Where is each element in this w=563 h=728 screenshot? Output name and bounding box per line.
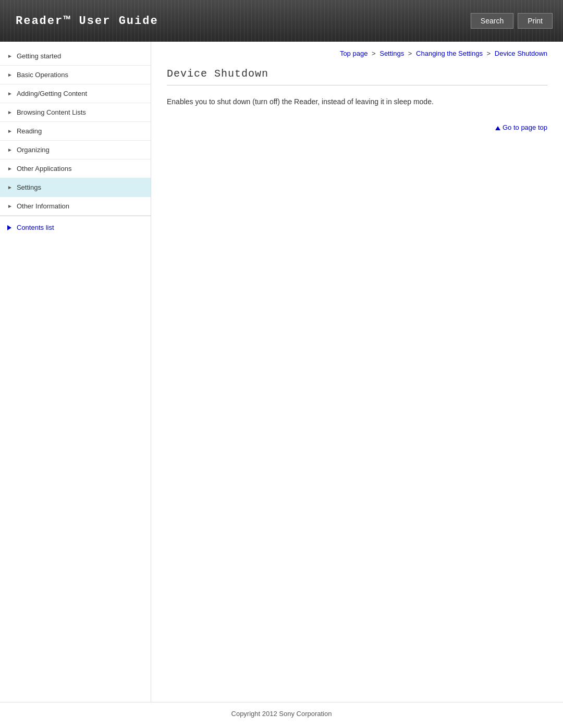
- sidebar-item-label: Adding/Getting Content: [17, 90, 87, 97]
- page-title: Device Shutdown: [167, 68, 547, 85]
- sidebar-item-label: Getting started: [17, 52, 61, 60]
- sidebar-item-adding-content[interactable]: ► Adding/Getting Content: [0, 84, 151, 103]
- chevron-icon: ►: [7, 166, 13, 171]
- sidebar-item-other-applications[interactable]: ► Other Applications: [0, 159, 151, 178]
- sidebar-item-getting-started[interactable]: ► Getting started: [0, 47, 151, 66]
- contents-list-link[interactable]: Contents list: [7, 224, 143, 231]
- sidebar: ► Getting started ► Basic Operations ► A…: [0, 42, 151, 702]
- chevron-icon: ►: [7, 184, 13, 190]
- go-to-top: Go to page top: [167, 118, 547, 137]
- search-button[interactable]: Search: [471, 13, 513, 29]
- breadcrumb-changing-settings-link[interactable]: Changing the Settings: [416, 50, 483, 57]
- sidebar-item-browsing-content[interactable]: ► Browsing Content Lists: [0, 103, 151, 122]
- print-button[interactable]: Print: [518, 13, 553, 29]
- page-description: Enables you to shut down (turn off) the …: [167, 96, 547, 107]
- site-header: Reader™ User Guide Search Print: [0, 0, 563, 42]
- copyright-text: Copyright 2012 Sony Corporation: [231, 710, 332, 718]
- sidebar-item-label: Other Information: [17, 202, 69, 210]
- sidebar-item-label: Settings: [17, 183, 41, 191]
- sidebar-item-organizing[interactable]: ► Organizing: [0, 141, 151, 159]
- sidebar-item-label: Organizing: [17, 146, 50, 154]
- chevron-icon: ►: [7, 128, 13, 134]
- breadcrumb-settings-link[interactable]: Settings: [380, 50, 404, 57]
- triangle-up-icon: [495, 126, 500, 130]
- breadcrumb-separator: >: [408, 50, 414, 57]
- breadcrumb-device-shutdown-link[interactable]: Device Shutdown: [495, 50, 547, 57]
- page-number: 149: [0, 725, 563, 728]
- go-to-top-label: Go to page top: [503, 124, 547, 131]
- sidebar-item-basic-operations[interactable]: ► Basic Operations: [0, 66, 151, 84]
- chevron-icon: ►: [7, 203, 13, 209]
- footer: Copyright 2012 Sony Corporation: [0, 702, 563, 725]
- breadcrumb-separator: >: [372, 50, 377, 57]
- chevron-icon: ►: [7, 91, 13, 96]
- site-title: Reader™ User Guide: [0, 15, 158, 28]
- sidebar-item-other-information[interactable]: ► Other Information: [0, 197, 151, 216]
- chevron-icon: ►: [7, 53, 13, 59]
- sidebar-item-label: Basic Operations: [17, 71, 68, 79]
- chevron-icon: ►: [7, 147, 13, 153]
- header-buttons: Search Print: [471, 13, 563, 29]
- breadcrumb-separator: >: [487, 50, 493, 57]
- chevron-icon: ►: [7, 109, 13, 115]
- sidebar-item-label: Browsing Content Lists: [17, 108, 86, 116]
- go-to-top-link[interactable]: Go to page top: [495, 124, 547, 131]
- breadcrumb: Top page > Settings > Changing the Setti…: [167, 42, 547, 63]
- sidebar-item-label: Other Applications: [17, 165, 72, 172]
- sidebar-footer: Contents list: [0, 216, 151, 239]
- sidebar-item-settings[interactable]: ► Settings: [0, 178, 151, 197]
- contents-link-label: Contents list: [17, 224, 54, 231]
- sidebar-item-reading[interactable]: ► Reading: [0, 122, 151, 141]
- breadcrumb-top-link[interactable]: Top page: [340, 50, 368, 57]
- main-content: Top page > Settings > Changing the Setti…: [151, 42, 563, 702]
- sidebar-item-label: Reading: [17, 127, 42, 135]
- arrow-right-icon: [7, 225, 11, 230]
- main-layout: ► Getting started ► Basic Operations ► A…: [0, 42, 563, 702]
- chevron-icon: ►: [7, 72, 13, 78]
